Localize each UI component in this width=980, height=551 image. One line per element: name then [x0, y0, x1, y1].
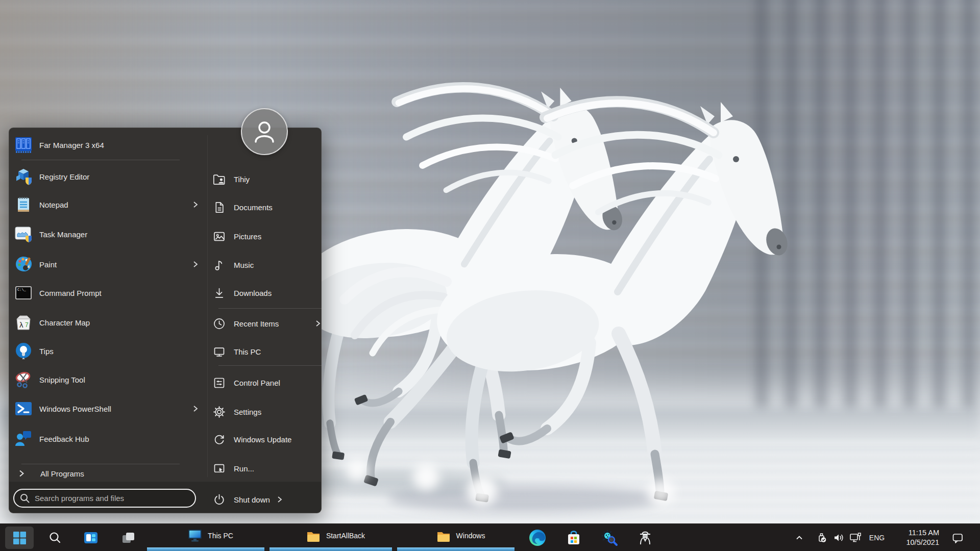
svg-text:C:\_: C:\_ [17, 288, 27, 292]
menu-column-divider [207, 135, 208, 477]
paint-icon [13, 254, 34, 274]
user-avatar[interactable] [241, 108, 288, 155]
start-menu: Far Manager 3 x64 Registry Editor [9, 128, 322, 513]
start-menu-item-user-folder[interactable]: Tihiy [212, 169, 327, 189]
svg-text:7: 7 [25, 321, 29, 329]
tray-volume[interactable] [831, 531, 846, 545]
notification-center-button[interactable] [950, 531, 965, 545]
start-menu-item-task-manager[interactable]: Task Manager [13, 223, 203, 245]
active-window-indicator [397, 547, 514, 551]
snipping-tool-icon [13, 369, 34, 390]
taskbar-button-edge[interactable] [527, 528, 548, 548]
taskbar-button-this-pc[interactable]: This PC [147, 524, 264, 551]
start-menu-item-notepad[interactable]: Notepad [13, 193, 203, 216]
start-menu-item-run[interactable]: Run... [212, 458, 327, 479]
taskbar: This PC StartAllBack Windows [0, 523, 980, 551]
start-menu-item-this-pc[interactable]: This PC [212, 341, 327, 362]
start-button[interactable] [5, 527, 34, 549]
tray-network[interactable] [848, 531, 863, 545]
recent-items-icon [212, 317, 226, 331]
search-icon [48, 531, 62, 544]
submenu-chevron-icon [193, 201, 198, 210]
this-pc-monitor-icon [187, 528, 203, 543]
user-icon [251, 118, 278, 145]
taskbar-button-malware-scanner[interactable] [599, 528, 620, 548]
stacked-windows-icon [120, 530, 136, 546]
chevron-up-icon [795, 533, 804, 542]
submenu-chevron-icon [193, 405, 198, 414]
windows-update-icon [212, 433, 226, 446]
run-icon [212, 462, 226, 475]
start-menu-item-tips[interactable]: Tips [13, 340, 203, 362]
tray-time: 11:15 AM [883, 528, 939, 538]
active-window-indicator [270, 547, 392, 551]
feedback-hub-icon [13, 429, 34, 449]
settings-gear-icon [212, 405, 226, 419]
all-programs-button[interactable]: All Programs [13, 463, 203, 484]
malware-scanner-icon [601, 529, 618, 546]
notification-bubble-icon [951, 532, 964, 544]
start-menu-item-settings[interactable]: Settings [212, 402, 327, 422]
downloads-icon [212, 286, 226, 300]
start-menu-item-registry-editor[interactable]: Registry Editor [13, 165, 203, 188]
notepad-icon [13, 194, 34, 215]
tray-date: 10/5/2021 [883, 538, 939, 547]
separator [218, 308, 322, 309]
tray-safely-remove-hardware[interactable] [815, 531, 829, 545]
start-menu-item-windows-powershell[interactable]: Windows PowerShell [13, 397, 203, 420]
start-menu-item-far-manager[interactable]: Far Manager 3 x64 [13, 134, 203, 156]
start-menu-item-feedback-hub[interactable]: Feedback Hub [13, 428, 203, 450]
power-icon [212, 493, 226, 507]
task-view-button[interactable] [81, 528, 101, 548]
documents-icon [212, 201, 226, 214]
task-view-icon [82, 529, 100, 546]
svg-text:λ: λ [19, 320, 23, 329]
start-menu-item-paint[interactable]: Paint [13, 253, 203, 276]
microsoft-store-icon [565, 529, 582, 546]
separator [218, 365, 322, 366]
submenu-chevron-icon [193, 261, 198, 270]
shutdown-options-chevron-icon[interactable] [277, 496, 282, 503]
character-map-icon: λ 7 [13, 312, 34, 333]
tips-icon [13, 341, 34, 361]
speaker-icon [832, 532, 845, 544]
folder-icon [436, 528, 451, 543]
tray-clock[interactable]: 11:15 AM 10/5/2021 [883, 528, 939, 547]
music-icon [212, 258, 226, 272]
stacked-windows-button[interactable] [118, 528, 138, 548]
pictures-icon [212, 230, 226, 243]
taskbar-button-microsoft-store[interactable] [564, 528, 584, 548]
desktop[interactable]: Far Manager 3 x64 Registry Editor [0, 0, 980, 551]
task-manager-icon [13, 224, 34, 244]
start-menu-item-command-prompt[interactable]: C:\_ Command Prompt [13, 282, 203, 304]
start-menu-item-documents[interactable]: Documents [212, 197, 327, 217]
start-menu-item-character-map[interactable]: λ 7 Character Map [13, 311, 203, 334]
start-menu-item-control-panel[interactable]: Control Panel [212, 372, 327, 393]
shut-down-button[interactable]: Shut down [212, 489, 327, 510]
command-prompt-icon: C:\_ [13, 283, 34, 303]
search-input[interactable] [13, 489, 196, 508]
taskbar-search-button[interactable] [45, 528, 65, 548]
network-monitor-icon [849, 531, 862, 544]
active-window-indicator [147, 547, 264, 551]
spy-agent-icon [636, 529, 654, 546]
taskbar-button-antispy[interactable] [635, 528, 655, 548]
tray-show-hidden-icons-button[interactable] [792, 531, 806, 545]
start-menu-item-recent-items[interactable]: Recent Items [212, 313, 327, 334]
start-menu-item-downloads[interactable]: Downloads [212, 283, 327, 303]
usb-device-icon [816, 532, 828, 544]
all-programs-chevron-icon [18, 469, 24, 478]
start-menu-item-windows-update[interactable]: Windows Update [212, 429, 327, 449]
far-manager-icon [13, 135, 34, 155]
windows-logo-icon [13, 531, 27, 545]
start-menu-item-snipping-tool[interactable]: Snipping Tool [13, 368, 203, 391]
submenu-chevron-icon [315, 320, 321, 329]
edge-browser-icon [528, 529, 547, 547]
user-folder-icon [212, 172, 226, 186]
folder-icon [306, 528, 321, 543]
taskbar-button-startallback[interactable]: StartAllBack [270, 524, 392, 551]
start-menu-item-music[interactable]: Music [212, 255, 327, 275]
taskbar-button-windows[interactable]: Windows [397, 524, 514, 551]
powershell-icon [13, 398, 34, 419]
start-menu-item-pictures[interactable]: Pictures [212, 226, 327, 246]
